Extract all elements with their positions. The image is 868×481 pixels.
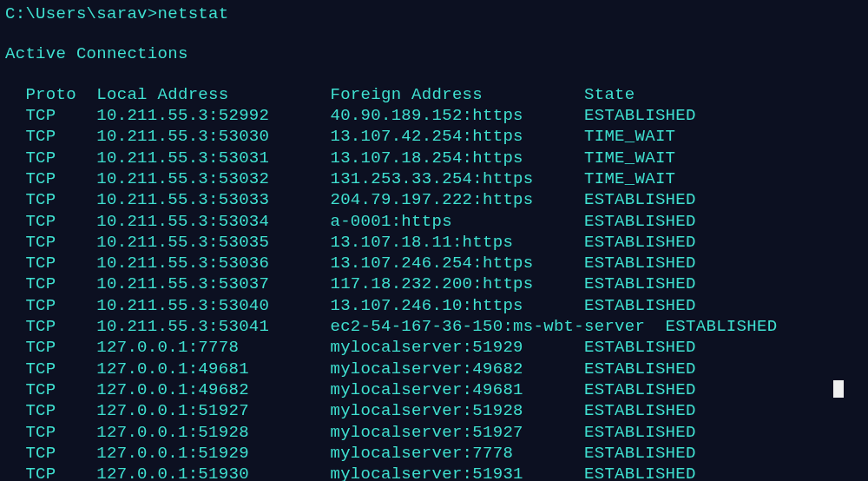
- command-prompt-line: C:\Users\sarav>netstat: [5, 3, 863, 24]
- active-connections-header: Active Connections: [5, 43, 863, 64]
- table-row: TCP 10.211.55.3:53031 13.107.18.254:http…: [5, 148, 863, 168]
- table-row: TCP 10.211.55.3:53032 131.253.33.254:htt…: [5, 168, 863, 189]
- table-row: TCP 127.0.0.1:51930 mylocalserver:51931 …: [5, 464, 863, 481]
- table-row: TCP 10.211.55.3:53033 204.79.197.222:htt…: [5, 189, 863, 210]
- netstat-output: Proto Local Address Foreign Address Stat…: [5, 84, 863, 481]
- table-row: TCP 127.0.0.1:51929 mylocalserver:7778 E…: [5, 443, 863, 464]
- terminal-cursor: [833, 380, 844, 398]
- table-row: TCP 127.0.0.1:49681 mylocalserver:49682 …: [5, 359, 863, 379]
- table-row: TCP 127.0.0.1:7778 mylocalserver:51929 E…: [5, 337, 863, 358]
- table-row: TCP 10.211.55.3:53041 ec2-54-167-36-150:…: [5, 316, 863, 337]
- table-row: TCP 10.211.55.3:53030 13.107.42.254:http…: [5, 126, 863, 147]
- table-row: TCP 10.211.55.3:53034 a-0001:https ESTAB…: [5, 211, 863, 232]
- table-row: TCP 10.211.55.3:53040 13.107.246.10:http…: [5, 295, 863, 316]
- table-row: TCP 10.211.55.3:53035 13.107.18.11:https…: [5, 232, 863, 253]
- table-row: TCP 127.0.0.1:51927 mylocalserver:51928 …: [5, 400, 863, 421]
- table-row: TCP 127.0.0.1:49682 mylocalserver:49681 …: [5, 379, 863, 400]
- table-row: TCP 10.211.55.3:53036 13.107.246.254:htt…: [5, 253, 863, 273]
- table-row: TCP 127.0.0.1:51928 mylocalserver:51927 …: [5, 422, 863, 443]
- table-row: TCP 10.211.55.3:52992 40.90.189.152:http…: [5, 105, 863, 126]
- table-row: TCP 10.211.55.3:53037 117.18.232.200:htt…: [5, 273, 863, 294]
- columns-header: Proto Local Address Foreign Address Stat…: [5, 84, 863, 105]
